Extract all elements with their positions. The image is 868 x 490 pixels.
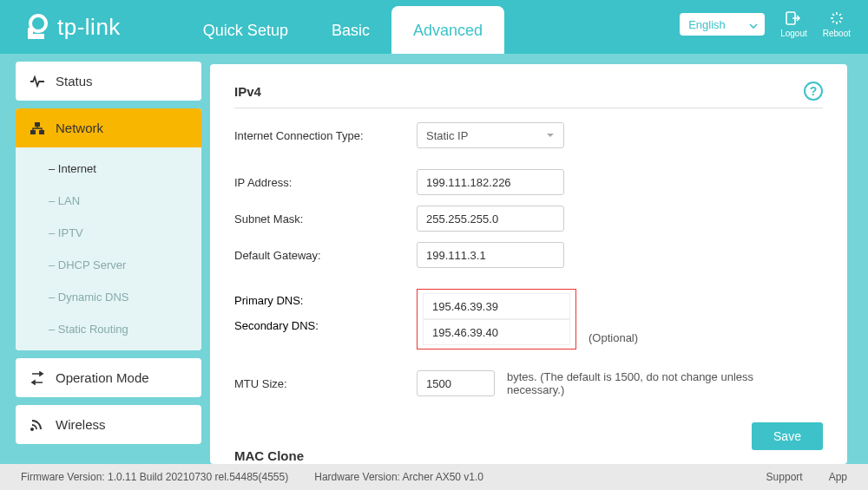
mtu-input[interactable] — [417, 370, 495, 396]
save-button[interactable]: Save — [752, 422, 823, 450]
pdns-label: Primary DNS: — [234, 294, 417, 307]
sidebar-item-operation-mode[interactable]: Operation Mode — [16, 358, 201, 397]
tab-quick-setup[interactable]: Quick Setup — [181, 6, 310, 54]
tab-advanced[interactable]: Advanced — [391, 6, 504, 54]
sidebar-item-network[interactable]: Network — [16, 108, 201, 147]
logout-button[interactable]: Logout — [780, 10, 807, 38]
svg-line-10 — [839, 14, 841, 16]
firmware-version: Firmware Version: 1.0.11 Build 20210730 … — [21, 471, 288, 483]
subnav-iptv[interactable]: IPTV — [16, 217, 201, 249]
language-value: English — [688, 18, 726, 31]
gw-input[interactable] — [417, 242, 564, 268]
svg-rect-2 — [33, 34, 44, 39]
brand-text: tp-link — [57, 14, 121, 41]
mask-label: Subnet Mask: — [234, 212, 417, 225]
sidebar-item-wireless[interactable]: Wireless — [16, 405, 201, 444]
svg-rect-14 — [39, 130, 44, 134]
conn-type-label: Internet Connection Type: — [234, 129, 417, 142]
footer-bar: Firmware Version: 1.0.11 Build 20210730 … — [0, 464, 868, 490]
app-link[interactable]: App — [829, 471, 847, 483]
reboot-icon — [828, 10, 845, 26]
ip-label: IP Address: — [234, 176, 417, 189]
tplink-logo-icon — [23, 12, 52, 42]
support-link[interactable]: Support — [766, 471, 803, 483]
sidebar: Status Network Internet LAN IPTV — [0, 54, 201, 464]
gw-label: Default Gateway: — [234, 249, 417, 262]
subnav-dhcp[interactable]: DHCP Server — [16, 249, 201, 281]
conn-type-select[interactable]: Static IP — [417, 122, 564, 148]
reboot-button[interactable]: Reboot — [823, 10, 851, 38]
svg-point-15 — [30, 428, 34, 431]
mtu-label: MTU Size: — [234, 377, 417, 390]
dns-highlight-box — [417, 289, 576, 350]
chevron-down-icon — [546, 133, 555, 138]
mask-input[interactable] — [417, 206, 564, 232]
subnav-lan[interactable]: LAN — [16, 185, 201, 217]
help-button[interactable]: ? — [804, 82, 823, 101]
sdns-optional: (Optional) — [589, 331, 638, 350]
network-submenu: Internet LAN IPTV DHCP Server Dynamic DN… — [16, 147, 201, 350]
hardware-version: Hardware Version: Archer AX50 v1.0 — [314, 471, 483, 483]
pdns-input[interactable] — [423, 293, 570, 319]
wifi-icon — [30, 418, 45, 432]
pulse-icon — [30, 75, 45, 88]
top-tabs: Quick Setup Basic Advanced — [181, 0, 504, 54]
top-header: tp-link Quick Setup Basic Advanced Engli… — [0, 0, 868, 54]
sidebar-item-status[interactable]: Status — [16, 62, 201, 101]
brand-logo: tp-link — [23, 12, 121, 42]
chevron-down-icon — [749, 18, 758, 31]
subnav-static-routing[interactable]: Static Routing — [16, 313, 201, 345]
svg-line-9 — [839, 21, 841, 23]
network-icon — [30, 121, 45, 135]
mtu-hint: bytes. (The default is 1500, do not chan… — [507, 370, 759, 396]
svg-line-11 — [832, 21, 834, 23]
subnav-internet[interactable]: Internet — [16, 153, 201, 185]
svg-rect-13 — [30, 130, 36, 134]
content-panel: IPv4 ? Internet Connection Type: Static … — [210, 64, 847, 464]
sdns-input[interactable] — [423, 319, 570, 345]
section-title-mac-clone: MAC Clone — [234, 448, 304, 463]
svg-rect-1 — [28, 28, 33, 39]
logout-icon — [785, 10, 802, 26]
sdns-label: Secondary DNS: — [234, 319, 417, 332]
subnav-ddns[interactable]: Dynamic DNS — [16, 281, 201, 313]
tab-basic[interactable]: Basic — [310, 6, 391, 54]
svg-line-8 — [832, 14, 834, 16]
svg-rect-12 — [35, 122, 40, 127]
operation-mode-icon — [30, 371, 45, 385]
section-title-ipv4: IPv4 — [234, 84, 261, 99]
ip-input[interactable] — [417, 169, 564, 195]
language-select[interactable]: English — [680, 13, 765, 36]
